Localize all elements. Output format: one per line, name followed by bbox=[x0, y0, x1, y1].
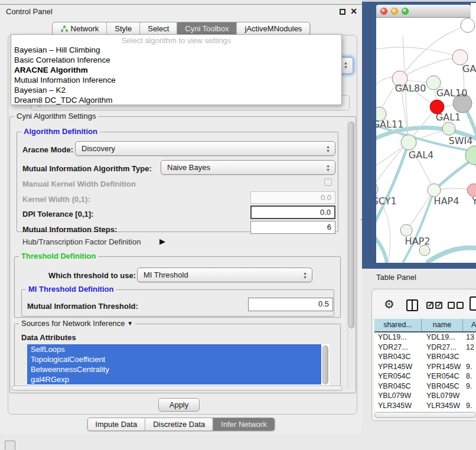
network-view-canvas[interactable]: GALGAL80GAL10GAL1GAL11SWI4GAL4GCY1HAP4YH… bbox=[376, 18, 476, 263]
table-hscrollbar[interactable] bbox=[374, 412, 476, 418]
node-HAP2[interactable] bbox=[400, 224, 412, 236]
data-attribute-item[interactable]: gal4RGexp bbox=[27, 374, 321, 384]
node-table: shared...nameA YDL19...YDL19...13YDR27..… bbox=[374, 319, 476, 411]
settings-group-title: Cyni Algorithm Settings bbox=[14, 112, 98, 120]
network-edge bbox=[376, 47, 460, 57]
algorithm-dropdown-list: Select algorithm to view settings Bayesi… bbox=[11, 34, 342, 105]
node-unlabeled-top[interactable] bbox=[461, 18, 475, 32]
tab-cyni-toolbox[interactable]: Cyni Toolbox bbox=[177, 22, 236, 35]
tab-select[interactable]: Select bbox=[139, 22, 177, 35]
table-header-row: shared...nameA bbox=[374, 319, 476, 332]
algorithm-option-bayesian-hill-climbing[interactable]: Bayesian – Hill Climbing bbox=[11, 45, 341, 55]
settings-scrollbar[interactable] bbox=[347, 120, 355, 389]
algorithm-option-aracne-algorithm[interactable]: ARACNE Algorithm bbox=[11, 65, 341, 75]
deselect-all-columns-icon[interactable] bbox=[448, 302, 465, 311]
combo-stepper-icon: ▲▼ bbox=[325, 145, 331, 153]
table-row[interactable]: YBR043CYBR043C bbox=[374, 352, 476, 362]
settings-hscrollbar-thumb[interactable] bbox=[11, 386, 343, 391]
unchecked-checkbox-icon bbox=[448, 302, 455, 309]
aracne-mode-combobox[interactable]: Discovery ▲▼ bbox=[75, 141, 335, 156]
node-label-gal4: GAL4 bbox=[409, 149, 433, 161]
table-row[interactable]: YDR27...YDR27...12 bbox=[374, 343, 476, 353]
node-right-pink[interactable] bbox=[467, 184, 476, 197]
algorithm-option-basic-correlation-inference[interactable]: Basic Correlation Inference bbox=[11, 55, 341, 65]
table-cell: YBR045C bbox=[374, 381, 422, 392]
tab-label: Impute Data bbox=[95, 418, 137, 431]
network-graph: GALGAL80GAL10GAL1GAL11SWI4GAL4GCY1HAP4YH… bbox=[376, 18, 476, 263]
algorithm-option-bayesian-k2[interactable]: Bayesian – K2 bbox=[11, 85, 341, 95]
data-attributes-label: Data Attributes bbox=[21, 333, 76, 342]
table-row[interactable]: YPR145WYPR145W9. bbox=[374, 362, 476, 372]
checked-checkbox-icon bbox=[435, 302, 442, 309]
close-window-icon[interactable] bbox=[380, 8, 387, 15]
table-cell: YDL19... bbox=[374, 332, 422, 343]
minimize-window-icon[interactable] bbox=[391, 8, 398, 15]
attributes-scrollbar-thumb[interactable] bbox=[322, 345, 328, 384]
table-row[interactable]: YBL079WYBL079W bbox=[374, 391, 476, 401]
mi-threshold-label: Mutual Information Threshold: bbox=[27, 302, 138, 311]
manual-kernel-width-checkbox[interactable] bbox=[324, 178, 332, 186]
table-cell: YBL079W bbox=[422, 391, 463, 401]
node-SWI4[interactable] bbox=[442, 122, 455, 135]
select-all-columns-icon[interactable] bbox=[426, 302, 444, 311]
column-header-a[interactable]: A bbox=[463, 319, 476, 331]
minimized-panel-icon[interactable] bbox=[5, 441, 15, 450]
node-GAL4[interactable] bbox=[401, 135, 416, 150]
data-attribute-item[interactable]: TopologicalCoefficient bbox=[27, 354, 321, 364]
data-attribute-item[interactable]: SelfLoops bbox=[27, 344, 321, 354]
apply-button[interactable]: Apply bbox=[158, 398, 200, 412]
data-attributes-list[interactable]: SelfLoopsTopologicalCoefficientBetweenne… bbox=[27, 344, 330, 386]
which-threshold-combobox[interactable]: MI Threshold ▲▼ bbox=[137, 268, 312, 282]
tab-style[interactable]: Style bbox=[106, 22, 139, 35]
node-GCY1[interactable] bbox=[376, 182, 378, 196]
tab-jactivemnodules[interactable]: jActiveMNodules bbox=[237, 22, 310, 35]
data-attribute-item[interactable]: BetweennessCentrality bbox=[27, 364, 321, 374]
dpi-tolerance-field[interactable]: 0.0 bbox=[250, 206, 335, 219]
tab-network[interactable]: Network bbox=[53, 22, 107, 35]
table-row[interactable]: YDL19...YDL19...13 bbox=[374, 332, 476, 343]
kernel-width-field[interactable]: 0.0 bbox=[250, 191, 335, 204]
document-icon[interactable] bbox=[470, 296, 476, 311]
table-cell: YDR27... bbox=[374, 343, 422, 353]
settings-scrollbar-thumb[interactable] bbox=[348, 122, 354, 328]
table-row[interactable]: YER054CYER054C8. bbox=[374, 371, 476, 381]
table-cell: YPR145W bbox=[374, 362, 422, 372]
close-icon[interactable]: ✕ bbox=[350, 6, 357, 16]
column-header-shared-[interactable]: shared... bbox=[374, 319, 422, 331]
settings-hscrollbar[interactable] bbox=[11, 386, 344, 392]
node-HAP4[interactable] bbox=[428, 184, 441, 197]
table-cell: 12 bbox=[463, 343, 476, 353]
tab-impute-data[interactable]: Impute Data bbox=[87, 418, 145, 431]
split-columns-icon[interactable] bbox=[406, 299, 418, 311]
network-window-titlebar[interactable] bbox=[376, 5, 471, 18]
table-cell: YPR145W bbox=[422, 362, 463, 372]
table-cell: YLR345W bbox=[374, 401, 422, 411]
table-row[interactable]: YLR345WYLR345W9. bbox=[374, 401, 476, 411]
cyni-bottom-tabs: Impute DataDiscretize DataInfer Network bbox=[87, 418, 275, 431]
table-row[interactable]: YBR045CYBR045C9. bbox=[374, 381, 476, 392]
algorithm-option-mutual-information-inference[interactable]: Mutual Information Inference bbox=[11, 75, 341, 85]
network-icon bbox=[60, 25, 68, 32]
node-label-gal10: GAL10 bbox=[436, 87, 468, 99]
table-cell: 9. bbox=[463, 410, 476, 411]
algorithm-option-dream8-dc-tdc-algorithm[interactable]: Dream8 DC_TDC Algorithm bbox=[11, 95, 341, 105]
node-label-gal11: GAL11 bbox=[376, 119, 403, 130]
tab-label: Select bbox=[148, 22, 169, 35]
node-label-swi4: SWI4 bbox=[449, 135, 473, 146]
tab-label: Infer Network bbox=[221, 418, 266, 431]
mi-threshold-field[interactable]: 0.5 bbox=[248, 298, 333, 311]
mi-steps-field[interactable]: 6 bbox=[250, 221, 335, 234]
tab-label: Cyni Toolbox bbox=[185, 22, 229, 35]
expand-right-icon[interactable]: ▶ bbox=[159, 237, 165, 246]
float-panel-icon[interactable] bbox=[340, 9, 345, 15]
tab-infer-network[interactable]: Infer Network bbox=[213, 418, 274, 431]
table-row[interactable]: YIL052CYIL052C9. bbox=[374, 410, 476, 411]
node-label-y: Y bbox=[471, 195, 476, 207]
column-header-name[interactable]: name bbox=[422, 319, 463, 331]
gear-icon[interactable]: ⚙ bbox=[384, 297, 395, 311]
collapse-down-icon[interactable]: ▼ bbox=[127, 320, 133, 327]
table-cell: YDR27... bbox=[422, 343, 463, 353]
mi-algorithm-type-combobox[interactable]: Naive Bayes ▲▼ bbox=[161, 160, 335, 175]
zoom-window-icon[interactable] bbox=[402, 8, 409, 15]
tab-discretize-data[interactable]: Discretize Data bbox=[145, 418, 213, 431]
